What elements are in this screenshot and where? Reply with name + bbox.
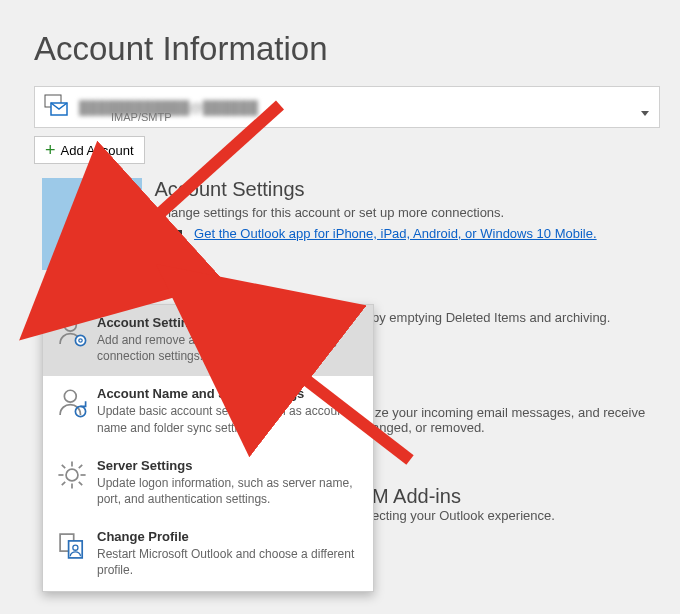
menu-item-server-settings[interactable]: Server Settings Update logon information… — [43, 448, 373, 519]
svg-point-4 — [96, 212, 108, 224]
account-selector[interactable]: ████████████@██████ IMAP/SMTP — [34, 86, 660, 128]
menu-item-desc: Restart Microsoft Outlook and choose a d… — [97, 546, 361, 578]
mail-icon — [43, 93, 71, 121]
svg-line-15 — [62, 465, 65, 468]
bullet-icon — [176, 230, 182, 236]
addins-desc-partial: ecting your Outlook experience. — [372, 508, 662, 523]
account-settings-heading: Account Settings — [154, 178, 654, 201]
svg-line-16 — [79, 482, 82, 485]
svg-point-3 — [83, 193, 97, 207]
mailbox-settings-desc-partial: py emptying Deleted Items and archiving. — [372, 310, 662, 325]
svg-line-18 — [79, 465, 82, 468]
svg-marker-2 — [641, 111, 649, 116]
user-sync-icon — [55, 386, 91, 435]
add-account-button[interactable]: + Add Account — [34, 136, 145, 164]
menu-item-desc: Add and remove accounts or change existi… — [97, 332, 361, 364]
chevron-down-icon: ▾ — [114, 251, 118, 260]
account-protocol: IMAP/SMTP — [111, 111, 172, 123]
rules-desc-partial-2: anged, or removed. — [372, 420, 662, 435]
account-settings-dropdown: Account Settings... Add and remove accou… — [42, 304, 374, 592]
rules-desc-partial-1: ize your incoming email messages, and re… — [372, 405, 662, 420]
account-settings-tile[interactable]: Account Settings▾ — [42, 178, 142, 270]
svg-line-17 — [62, 482, 65, 485]
menu-item-desc: Update basic account settings such as ac… — [97, 403, 361, 435]
menu-item-name-sync[interactable]: Account Name and Sync Settings Update ba… — [43, 376, 373, 447]
account-dropdown-caret[interactable] — [641, 103, 649, 111]
profile-switch-icon — [55, 529, 91, 578]
menu-item-change-profile[interactable]: Change Profile Restart Microsoft Outlook… — [43, 519, 373, 590]
plus-icon: + — [45, 141, 56, 159]
user-gear-icon — [42, 188, 142, 231]
user-gear-icon — [55, 315, 91, 364]
get-outlook-app-link[interactable]: Get the Outlook app for iPhone, iPad, An… — [194, 226, 597, 241]
menu-item-title: Server Settings — [97, 458, 361, 473]
page-title: Account Information — [34, 30, 680, 68]
menu-item-title: Account Name and Sync Settings — [97, 386, 361, 401]
add-account-label: Add Account — [61, 143, 134, 158]
menu-item-account-settings[interactable]: Account Settings... Add and remove accou… — [43, 305, 373, 376]
gear-icon — [55, 458, 91, 507]
menu-item-title: Change Profile — [97, 529, 361, 544]
account-settings-desc: Change settings for this account or set … — [154, 205, 654, 220]
svg-point-9 — [64, 391, 76, 403]
svg-point-7 — [75, 335, 85, 345]
addins-heading-partial: M Add-ins — [372, 485, 662, 508]
svg-point-6 — [64, 319, 76, 331]
svg-point-10 — [66, 469, 78, 481]
menu-item-title: Account Settings... — [97, 315, 361, 330]
menu-item-desc: Update logon information, such as server… — [97, 475, 361, 507]
